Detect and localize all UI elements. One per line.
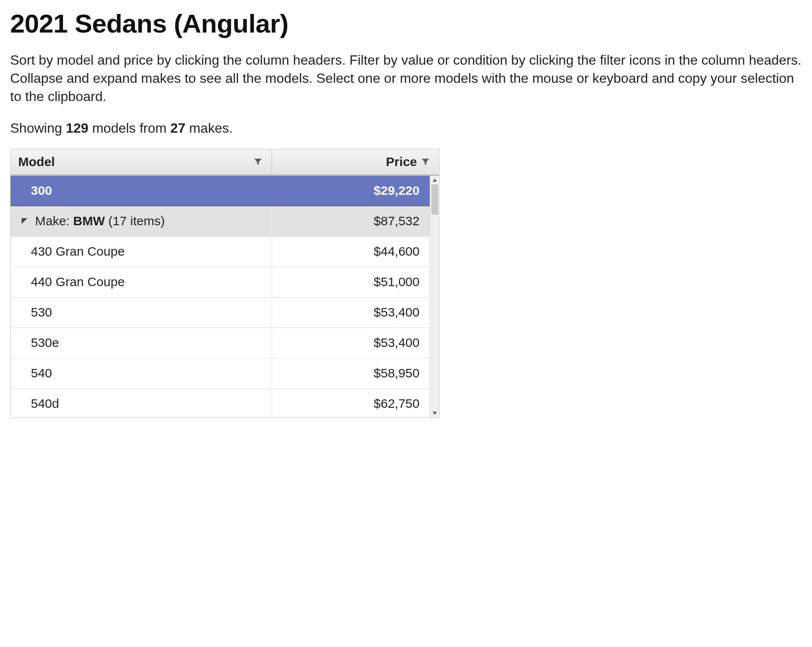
cell-price: $51,000 <box>272 267 430 297</box>
grid-header-row: Model Price <box>11 149 439 176</box>
summary-line: Showing 129 models from 27 makes. <box>10 120 802 136</box>
group-header-row[interactable]: Make: BMW (17 items) $87,532 <box>11 206 430 237</box>
column-header-price[interactable]: Price <box>272 149 439 175</box>
group-count: (17 items) <box>105 214 165 228</box>
cell-model: 540d <box>11 389 272 418</box>
column-header-label: Price <box>386 155 417 169</box>
cell-price: $29,220 <box>272 176 430 205</box>
cell-price: $44,600 <box>272 237 430 267</box>
page-title: 2021 Sedans (Angular) <box>10 8 802 38</box>
cell-price: $53,400 <box>272 298 430 328</box>
scroll-down-arrow-icon[interactable] <box>430 409 439 418</box>
collapse-icon[interactable] <box>20 216 29 226</box>
grid-body-wrap: 300 $29,220 Make: BMW (17 items) $87,532… <box>11 176 439 418</box>
summary-text: Showing <box>10 120 66 136</box>
page-description: Sort by model and price by clicking the … <box>10 51 802 106</box>
grid-body: 300 $29,220 Make: BMW (17 items) $87,532… <box>11 176 430 418</box>
table-row[interactable]: 540d $62,750 <box>11 389 430 418</box>
cell-model: 540 <box>11 358 272 388</box>
summary-text: models from <box>88 120 170 136</box>
cell-model: 530e <box>11 328 272 358</box>
make-count: 27 <box>170 120 186 136</box>
scroll-up-arrow-icon[interactable] <box>430 176 439 184</box>
table-row[interactable]: 440 Gran Coupe $51,000 <box>11 267 430 298</box>
table-row[interactable]: 540 $58,950 <box>11 358 430 389</box>
group-prefix: Make: <box>35 214 73 228</box>
group-name: BMW <box>73 214 105 228</box>
cell-model: 530 <box>11 298 272 328</box>
summary-text: makes. <box>185 120 233 136</box>
model-count: 129 <box>66 120 88 136</box>
cell-model: 430 Gran Coupe <box>11 237 272 267</box>
filter-icon[interactable] <box>252 156 264 168</box>
column-header-label: Model <box>18 155 55 169</box>
cell-model: 300 <box>11 176 272 205</box>
cell-price: $62,750 <box>272 389 430 418</box>
cell-price: $53,400 <box>272 328 430 358</box>
table-row[interactable]: 530e $53,400 <box>11 328 430 358</box>
data-grid: Model Price 300 $29,220 <box>10 149 439 418</box>
vertical-scrollbar[interactable] <box>430 176 439 418</box>
table-row[interactable]: 430 Gran Coupe $44,600 <box>11 237 430 267</box>
table-row[interactable]: 300 $29,220 <box>11 176 430 206</box>
cell-price: $58,950 <box>272 358 430 388</box>
cell-model: 440 Gran Coupe <box>11 267 272 297</box>
group-header-cell: Make: BMW (17 items) <box>11 206 272 236</box>
filter-icon[interactable] <box>420 156 431 168</box>
scroll-thumb[interactable] <box>431 184 438 215</box>
group-aggregate-price: $87,532 <box>272 206 430 236</box>
table-row[interactable]: 530 $53,400 <box>11 298 430 328</box>
column-header-model[interactable]: Model <box>11 149 272 175</box>
